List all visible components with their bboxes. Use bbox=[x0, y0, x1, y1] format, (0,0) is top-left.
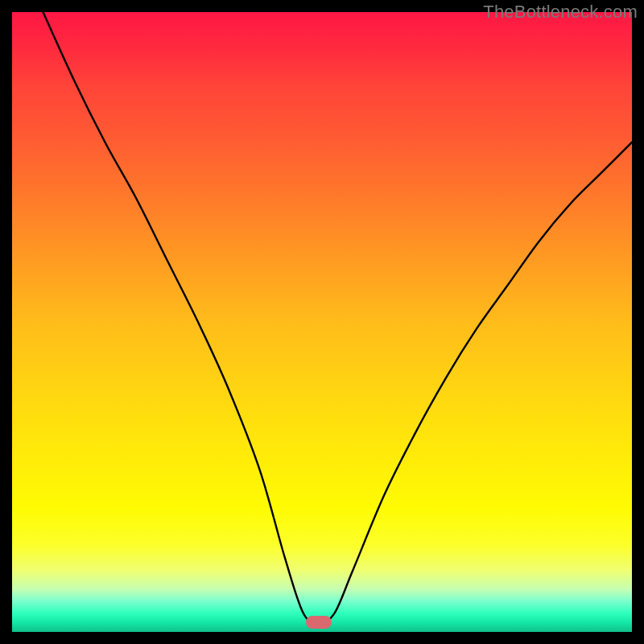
plot-area bbox=[12, 12, 632, 632]
bottleneck-curve bbox=[43, 12, 633, 623]
watermark-text: TheBottleneck.com bbox=[483, 2, 638, 23]
chart-canvas: TheBottleneck.com bbox=[0, 0, 644, 644]
curve-svg bbox=[12, 12, 632, 632]
optimal-marker bbox=[306, 616, 332, 629]
